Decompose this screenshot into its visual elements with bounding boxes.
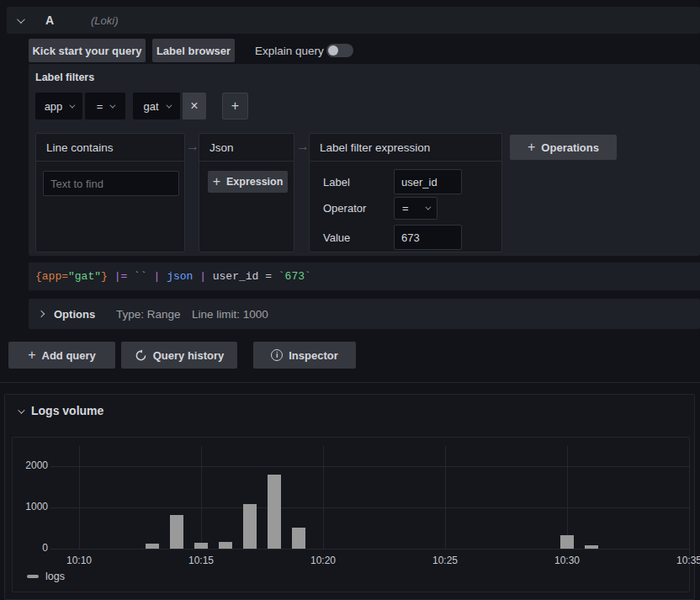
gridline-vertical [445,446,446,549]
query-ref-id[interactable]: A [45,7,54,34]
query-history-label: Query history [153,349,225,362]
add-label-filter-button[interactable]: + [222,93,248,119]
chevron-right-icon [39,299,44,329]
query-code-segment: {app= [35,270,68,283]
bar-10:18 [268,475,281,549]
lfe-label-input[interactable] [394,169,462,194]
query-code-segment: } [101,270,108,283]
query-code-segment: json [167,270,193,283]
query-history-button[interactable]: Query history [121,342,237,369]
x-axis-tick-label: 10:20 [302,555,344,566]
query-code-segment: "gat" [68,270,101,283]
chevron-down-icon [18,406,24,413]
query-collapse-chevron[interactable] [17,7,23,34]
bar-10:16 [219,542,232,549]
gridline-vertical [689,446,690,549]
lfe-operator-field-label: Operator [323,197,366,220]
pipeline-arrow-icon: → [296,138,310,155]
logs-volume-panel: Logs volume logs 01000200010:1010:1510:2… [4,394,695,600]
lfe-operator-select[interactable]: = [394,197,438,220]
label-filter-value-value: gat [143,100,158,113]
y-axis-tick-label: 2000 [13,459,48,473]
label-filter-key-value: app [45,100,63,113]
label-filter-operator-select[interactable]: = [85,93,125,119]
query-code-segment [127,270,134,283]
query-code-text: {app="gat"} |= `` | json | user_id = `67… [35,263,311,290]
query-code-segment: |= [114,270,128,283]
lfe-value-input[interactable] [394,225,462,250]
label-filter-key-select[interactable]: app [35,93,82,119]
section-divider [0,382,700,383]
close-icon: × [190,98,198,114]
label-filter-value-select[interactable]: gat [133,93,180,119]
operations-label: Operations [541,141,599,154]
add-operations-button[interactable]: + Operations [510,135,617,160]
bar-10:13 [146,544,159,549]
chevron-down-icon [17,15,25,24]
query-code-segment [193,270,199,283]
gridline-horizontal [50,466,690,467]
chevron-down-icon [425,204,431,210]
label-filter-operator-value: = [97,100,103,113]
label-browser-button[interactable]: Label browser [152,39,235,62]
label-filters-title: Label filters [35,72,94,83]
y-axis-tick-label: 1000 [13,501,48,514]
explain-query-toggle[interactable] [326,44,353,57]
gridline-vertical [201,446,202,549]
query-code-segment: `673` [278,270,311,283]
grafana-explore-screen: A (Loki) Kick start your query Label bro… [0,0,700,600]
lfe-label-field-label: Label [323,169,350,194]
logs-volume-chart: logs 01000200010:1010:1510:2010:2510:301… [12,437,690,592]
logs-volume-collapse-chevron[interactable] [13,405,28,418]
options-title: Options [54,299,95,329]
logs-volume-title: Logs volume [31,404,103,417]
query-code-segment: | [199,270,206,283]
lfe-operator-value: = [402,202,409,215]
x-axis-tick-label: 10:10 [58,555,100,566]
gridline-vertical [79,446,80,549]
chevron-down-icon [70,102,76,108]
query-code-segment: | [154,270,161,283]
operation-title[interactable]: Label filter expression [310,134,501,162]
operation-json: Json + Expression [199,133,294,252]
gridline-vertical [323,446,324,549]
inspector-label: Inspector [289,349,338,362]
remove-label-filter-button[interactable]: × [183,93,206,119]
query-builder-card: Label filters app = gat × + Line contain… [29,64,700,256]
bar-10:14 [170,515,183,549]
pipeline-arrow-icon: → [186,138,199,155]
add-expression-label: Expression [226,176,283,188]
line-contains-input[interactable] [43,171,179,196]
query-code-segment: `` [134,270,147,283]
y-axis-tick-label: 0 [13,542,48,555]
gridline-horizontal [50,549,690,550]
add-query-label: Add query [42,349,96,362]
bar-10:30 [560,535,574,549]
x-axis-tick-label: 10:25 [424,555,466,566]
bar-10:31 [585,545,598,549]
explain-query-label: Explain query [255,39,324,62]
legend-series-label: logs [45,571,65,582]
legend-item-logs[interactable]: logs [27,571,65,582]
operation-title[interactable]: Line contains [36,134,184,162]
toggle-knob-icon [328,45,338,56]
add-expression-button[interactable]: + Expression [208,171,288,193]
kick-start-query-button[interactable]: Kick start your query [29,39,146,62]
query-row-header: A (Loki) [7,7,700,34]
add-query-button[interactable]: + Add query [8,342,115,369]
options-type: Type: Range [116,299,181,329]
operation-title[interactable]: Json [199,134,294,162]
x-axis-tick-label: 10:15 [180,555,222,566]
options-row[interactable]: Options Type: Range Line limit: 1000 [29,299,700,329]
bar-10:19 [292,528,305,549]
query-code-segment [160,270,167,283]
inspector-button[interactable]: i Inspector [253,342,356,369]
datasource-name: (Loki) [91,7,119,34]
query-preview[interactable]: {app="gat"} |= `` | json | user_id = `67… [29,263,700,290]
chevron-down-icon [110,102,116,108]
gridline-vertical [567,446,568,549]
plus-icon: + [28,348,35,362]
legend-series-dash-icon [27,575,39,578]
operation-label-filter-expression: Label filter expression Label Operator =… [309,133,502,252]
plus-icon: + [213,175,220,188]
